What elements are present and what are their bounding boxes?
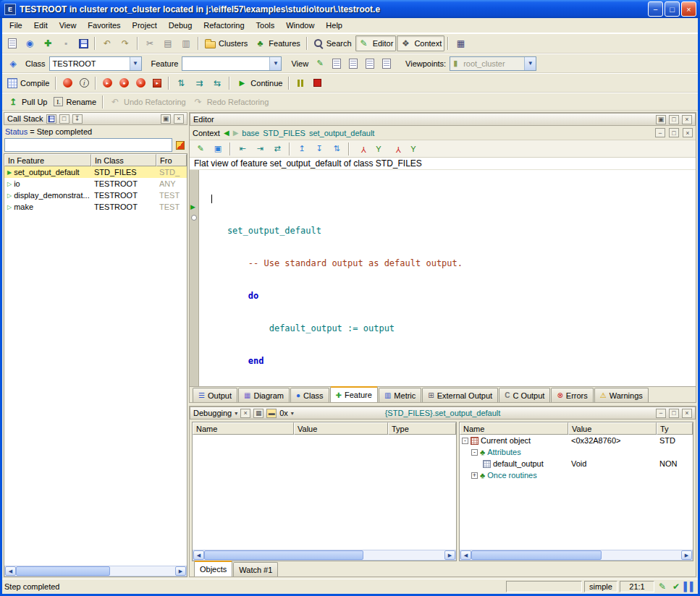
copy-button[interactable]: ▤ <box>159 35 177 51</box>
editor-gutter[interactable]: ▶ <box>190 170 199 386</box>
object-tree-row[interactable]: default_output Void NON <box>460 458 693 469</box>
sync-context-button[interactable]: ⇄ <box>269 141 285 157</box>
info-button[interactable]: i <box>76 75 92 91</box>
edit-feature-button[interactable]: ✎ <box>193 141 208 157</box>
tab-class[interactable]: ●Class <box>290 388 329 402</box>
editor-header[interactable]: Editor ▣ □ × <box>190 113 696 126</box>
objects-column-name[interactable]: Name <box>460 422 568 435</box>
melt-button[interactable] <box>59 75 75 91</box>
redo-refactoring-button[interactable]: ↷Redo Refactoring <box>190 94 272 110</box>
scroll-right-arrow-icon[interactable]: ▶ <box>444 550 455 560</box>
menu-tools[interactable]: Tools <box>250 20 281 31</box>
crumb-cluster[interactable]: base <box>242 129 259 137</box>
step-out-button[interactable]: ⇆ <box>208 75 226 91</box>
disable-breakpoints-button[interactable]: × <box>132 75 148 91</box>
next-target-button[interactable]: ↧ <box>311 141 327 157</box>
crumb-feature[interactable]: set_output_default <box>309 129 375 137</box>
swap-target-button[interactable]: ⇅ <box>329 141 345 157</box>
previous-target-button[interactable]: ↥ <box>294 141 310 157</box>
view-clickable-button[interactable] <box>345 56 361 72</box>
exception-tool-button[interactable] <box>174 139 187 152</box>
compile-button[interactable]: Compile <box>4 75 52 91</box>
debugging-note-icon[interactable]: ▬ <box>266 409 277 418</box>
scroll-right-arrow-icon[interactable]: ▶ <box>175 566 186 576</box>
undo-button[interactable]: ↶ <box>98 35 116 51</box>
status-memory-icon[interactable]: ▌▌ <box>684 581 696 592</box>
tab-metric[interactable]: ▥Metric <box>379 388 421 402</box>
context-close-icon[interactable]: × <box>683 128 693 137</box>
history-back-icon[interactable]: ◀ <box>224 129 229 137</box>
collapse-icon[interactable]: - <box>462 438 468 444</box>
scroll-left-arrow-icon[interactable]: ◀ <box>193 550 204 560</box>
call-stack-restore-icon[interactable]: ▣ <box>161 114 171 124</box>
step-into-button[interactable]: ⇉ <box>190 75 208 91</box>
tab-watch-1[interactable]: Watch #1 <box>233 562 278 576</box>
menu-view[interactable]: View <box>54 20 83 31</box>
context-toggle-button[interactable]: ❖Context <box>397 35 444 51</box>
view-contract-button[interactable] <box>362 56 378 72</box>
scroll-left-arrow-icon[interactable]: ◀ <box>5 566 16 576</box>
callers-button[interactable]: ⇤ <box>235 141 250 157</box>
tab-feature[interactable]: ✚Feature <box>330 386 378 402</box>
collapse-icon[interactable]: - <box>471 449 478 456</box>
call-stack-row[interactable]: ▶set_output_default STD_FILES STD_ <box>4 166 187 178</box>
step-over-button[interactable]: ⇅ <box>172 75 190 91</box>
pause-button[interactable] <box>292 75 308 91</box>
call-stack-hscrollbar[interactable]: ◀ ▶ <box>4 566 187 576</box>
hex-format-arrow-icon[interactable]: ▾ <box>291 410 294 417</box>
menu-edit[interactable]: Edit <box>28 20 54 31</box>
objects-column-value[interactable]: Value <box>568 422 657 435</box>
history-forward-icon[interactable]: ▶ <box>233 129 239 137</box>
clusters-button[interactable]: Clusters <box>202 35 250 51</box>
object-tree-row[interactable]: -Current object <0x32A8760> STD <box>460 435 693 446</box>
scroll-thumb[interactable] <box>471 550 602 560</box>
close-button[interactable]: × <box>681 1 696 17</box>
debugging-minimize-icon[interactable]: − <box>656 409 666 418</box>
features-button[interactable]: ♣Features <box>251 35 303 51</box>
call-stack-close-icon[interactable]: × <box>174 114 184 124</box>
viewpoints-combo-arrow-icon[interactable]: ▼ <box>524 57 536 70</box>
watch-column-value[interactable]: Value <box>294 422 388 435</box>
objects-hscrollbar[interactable]: ◀ ▶ <box>460 550 693 561</box>
tab-warnings[interactable]: ⚠Warnings <box>594 388 649 402</box>
column-in-class[interactable]: In Class <box>91 154 156 166</box>
tab-output[interactable]: ☰Output <box>193 388 237 402</box>
debugging-menu-arrow-icon[interactable]: ▾ <box>235 410 237 417</box>
run-button[interactable]: ▸ <box>99 75 115 91</box>
breakpoint-slot-icon[interactable] <box>191 215 197 221</box>
editor-maximize-icon[interactable]: □ <box>669 115 679 124</box>
save-all-button[interactable] <box>75 35 91 51</box>
cut-button[interactable]: ✂ <box>141 35 159 51</box>
open-in-editor-button[interactable]: ▣ <box>210 141 226 157</box>
ancestors-button[interactable]: Y <box>353 141 369 157</box>
menu-file[interactable]: File <box>4 20 28 31</box>
class-combo[interactable]: TESTROOT ▼ <box>49 56 142 71</box>
tab-external-output[interactable]: ⊞External Output <box>422 388 498 402</box>
debugging-header[interactable]: Debugging ▾ × ▦ ▬ 0x ▾ {STD_FILES}.set_o… <box>190 406 696 420</box>
tab-objects[interactable]: Objects <box>194 561 232 576</box>
tab-errors[interactable]: ⊗Errors <box>551 388 593 402</box>
feature-combo-arrow-icon[interactable]: ▼ <box>269 57 281 70</box>
editor-float-icon[interactable]: ▣ <box>656 115 666 124</box>
debugging-grid-icon[interactable]: ▦ <box>253 409 263 418</box>
scroll-right-arrow-icon[interactable]: ▶ <box>681 550 692 560</box>
scroll-thumb[interactable] <box>16 566 110 576</box>
open-button[interactable]: ◉ <box>21 35 38 51</box>
watch-hscrollbar[interactable]: ◀ ▶ <box>193 550 456 561</box>
watch-column-type[interactable]: Type <box>388 422 456 435</box>
menu-window[interactable]: Window <box>280 20 320 31</box>
class-combo-arrow-icon[interactable]: ▼ <box>130 57 141 70</box>
view-flat-button[interactable] <box>329 56 345 72</box>
stop-button[interactable] <box>309 75 325 91</box>
status-edit-icon[interactable]: ✎ <box>657 581 668 592</box>
menu-project[interactable]: Project <box>127 20 163 31</box>
scroll-thumb[interactable] <box>204 550 363 560</box>
viewpoints-combo[interactable]: ▮ root_cluster ▼ <box>450 56 536 71</box>
column-from[interactable]: Fro <box>156 154 187 166</box>
redo-button[interactable]: ↷ <box>117 35 134 51</box>
continue-button[interactable]: ▶Continue <box>233 75 285 91</box>
rename-button[interactable]: I.Rename <box>51 94 99 110</box>
undo-refactoring-button[interactable]: ↶Undo Refactoring <box>106 94 189 110</box>
objects-column-type[interactable]: Ty <box>657 422 693 435</box>
call-stack-save-icon[interactable] <box>46 114 56 124</box>
